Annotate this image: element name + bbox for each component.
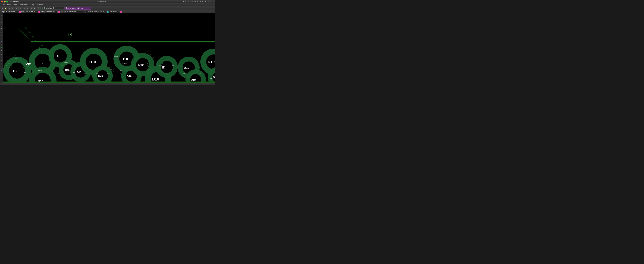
net-select[interactable]: <No selection> xyxy=(25,11,38,13)
zoom-in-button[interactable]: ⊕ xyxy=(26,7,29,10)
menu-tools[interactable]: Tools xyxy=(12,3,18,6)
svg-text:D12: D12 xyxy=(172,65,174,66)
svg-text:D12: D12 xyxy=(198,73,201,74)
svg-line-1 xyxy=(24,26,37,42)
minimize-button[interactable] xyxy=(4,1,6,3)
traffic-lights xyxy=(1,1,8,3)
attr-pink-btn[interactable] xyxy=(58,11,60,13)
svg-text:D12: D12 xyxy=(42,63,44,64)
svg-rect-3 xyxy=(31,42,215,42)
window-title: Gerber Viewer xyxy=(19,1,183,3)
erase-tool[interactable]: ▣ xyxy=(0,59,3,61)
svg-text:D12: D12 xyxy=(207,59,209,61)
svg-text:D12: D12 xyxy=(120,72,122,74)
rew-btn[interactable]: ◀ xyxy=(197,1,198,2)
layer-color xyxy=(42,8,43,9)
target-tool[interactable]: ⊙ xyxy=(0,43,3,46)
zoom-fit-button[interactable]: ⊠ xyxy=(33,7,36,10)
svg-text:D12000: D12000 xyxy=(83,63,87,65)
menu-view[interactable]: View xyxy=(6,3,12,6)
play-btn[interactable]: ▶ xyxy=(200,1,201,2)
grid-display: Grid: 5.0800 mm (0.2000 in) xyxy=(86,11,106,13)
menu-file[interactable]: File xyxy=(1,3,6,6)
pcb-svg: D10 D12 D10 D12 D12 D12 D10 D10 D12 D12 xyxy=(3,14,215,83)
svg-text:D12: D12 xyxy=(124,63,126,64)
close-button[interactable] xyxy=(1,1,3,3)
layer-tool[interactable]: ■ xyxy=(0,46,3,49)
redo-button[interactable]: ↻ xyxy=(23,7,26,10)
svg-text:D10: D10 xyxy=(56,54,61,58)
grid-tool[interactable]: ⊞ xyxy=(0,21,3,24)
grid-teal-btn[interactable] xyxy=(107,11,108,13)
lt-sep3 xyxy=(0,30,3,31)
svg-text:D05: D05 xyxy=(214,77,215,78)
svg-text:D10: D10 xyxy=(89,60,96,64)
select-tool[interactable]: ↖ xyxy=(0,14,3,17)
maximize-button[interactable] xyxy=(6,1,8,3)
net-label: Net: xyxy=(21,11,24,13)
net-pink-btn[interactable] xyxy=(38,11,40,13)
svg-text:D10: D10 xyxy=(184,66,189,69)
menubar: File View Tools Preferences Help Window xyxy=(0,3,215,6)
svg-rect-2 xyxy=(31,41,215,42)
right-text: ピカピカピカ xyxy=(183,1,193,3)
undo-button[interactable]: ↺ xyxy=(19,7,22,10)
svg-text:D12: D12 xyxy=(48,66,50,68)
canvas-area[interactable]: D10 D12 D10 D12 D12 D12 D10 D10 D12 D12 xyxy=(3,14,215,83)
cross-tool[interactable]: ✕ xyxy=(0,49,3,52)
titlebar: ⊡ GerbView Gerber Viewer ピカピカピカ ⏮ ◀ ▶ ⏭ … xyxy=(0,0,215,3)
svg-text:D12: D12 xyxy=(57,72,59,74)
cmp-select[interactable]: <No selection> xyxy=(5,11,18,13)
statusbar: Cmp: <No selection> Net: <No selection> … xyxy=(0,10,215,14)
print2-button[interactable]: ▤ xyxy=(14,7,18,10)
info-tool[interactable]: ℹ xyxy=(0,27,3,30)
draw-line-tool[interactable]: ╱ xyxy=(0,18,3,20)
zoom-select-button[interactable]: 🔍 xyxy=(37,7,40,10)
menu-help[interactable]: Help xyxy=(30,3,36,6)
zoom-pink-btn[interactable] xyxy=(120,11,122,13)
lt-sep1 xyxy=(0,17,3,17)
layer-dropdown-arrow: ▼ xyxy=(63,8,64,9)
cast-icon: ⊡ xyxy=(210,1,211,2)
svg-text:D12: D12 xyxy=(96,73,98,74)
drawing-layer-label: Drawing layer 2 not in use xyxy=(65,7,91,10)
svg-rect-111 xyxy=(3,81,215,83)
svg-text:D10: D10 xyxy=(127,75,132,78)
dcode-select[interactable]: <No selection> xyxy=(66,11,84,13)
svg-text:D10: D10 xyxy=(191,78,196,81)
snap-tool[interactable]: ⊕ xyxy=(0,40,3,43)
lt-sep2 xyxy=(0,21,3,21)
blue-tool[interactable]: ▬ xyxy=(0,65,3,68)
layer-name: Graphic layer 2 xyxy=(44,7,62,9)
svg-text:D12: D12 xyxy=(210,78,212,79)
circle-tool[interactable]: ● xyxy=(0,69,3,72)
left-toolbar: ↖ ╱ ⊞ ↔ ℹ in mil mm ⊕ ⊙ ■ ✕ ⊡ ╱ ▣ ▬ ▬ ● xyxy=(0,14,3,83)
line2-tool[interactable]: ╱ xyxy=(0,56,3,58)
menu-preferences[interactable]: Preferences xyxy=(18,3,30,6)
svg-text:D12: D12 xyxy=(107,73,109,74)
in-label: in xyxy=(0,31,3,34)
svg-text:D10: D10 xyxy=(65,69,70,71)
svg-text:D10: D10 xyxy=(77,71,81,74)
red-tool[interactable]: ▬ xyxy=(0,62,3,65)
zoom-out-button[interactable]: ⊖ xyxy=(30,7,33,10)
new-button[interactable]: ⊞ xyxy=(0,7,4,10)
layer-selector[interactable]: Graphic layer 2 ▼ xyxy=(41,7,64,10)
measure-tool[interactable]: ↔ xyxy=(0,24,3,27)
save-button[interactable]: ⊡ xyxy=(8,7,11,10)
print-button[interactable]: ⊟ xyxy=(11,7,14,10)
open-button[interactable]: 📂 xyxy=(4,7,7,10)
pad-tool[interactable]: ⊡ xyxy=(0,53,3,55)
settings-icon[interactable]: ≡ xyxy=(212,1,214,2)
fwd-btn[interactable]: ⏭ xyxy=(202,1,204,2)
svg-text:D12: D12 xyxy=(196,65,198,67)
prev-btn[interactable]: ⏮ xyxy=(194,1,196,2)
svg-text:D12: D12 xyxy=(24,72,26,73)
cmp-label: Cmp: xyxy=(1,11,5,13)
cmp-pink-btn[interactable] xyxy=(19,11,21,13)
svg-text:D12000: D12000 xyxy=(64,62,68,63)
svg-text:D1Z10: D1Z10 xyxy=(38,70,42,71)
svg-text:D12: D12 xyxy=(182,65,184,67)
menu-window[interactable]: Window xyxy=(36,3,44,6)
attr-select[interactable]: <No selection> xyxy=(44,11,58,13)
